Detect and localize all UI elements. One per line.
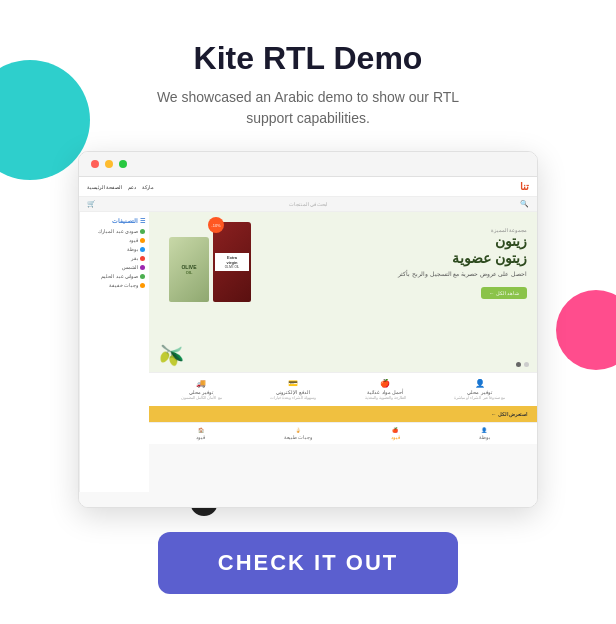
tab-icon-4: 👤 (481, 427, 487, 433)
site-cta-bar: ← استعرض الكل (149, 406, 537, 422)
product-images: OLIVE OIL -10% Extra virgin OLIVE (169, 222, 251, 302)
cart-icon: 🛒 (87, 200, 96, 208)
tab-label-2: وجبات طبيعة (284, 434, 312, 440)
tin-label: Extra virgin OLIVE OIL (215, 253, 249, 271)
feature-sublabel-1: مع الأمان الكامل المضمون (181, 395, 221, 400)
site-main: مجموعة المميزة زيتون زيتون عضوية احصل عل… (149, 212, 537, 492)
tab-icon-3: 🍎 (392, 427, 398, 433)
site-sidebar: التصنيفات ☰ صودي عبد المبارك قيود بوظة (79, 212, 149, 492)
site-body: التصنيفات ☰ صودي عبد المبارك قيود بوظة (79, 212, 537, 492)
feature-food: 🍎 أحمل مواد غذائية الطازجة والعضوية والم… (365, 379, 406, 400)
browser-content: الصفحة الرئيسية دعم ماركة تنا 🛒 ابحث في … (79, 177, 537, 507)
product-tin-2: -10% Extra virgin OLIVE OIL (213, 222, 251, 302)
sidebar-dot-4 (140, 256, 145, 261)
sidebar-item-2: قيود (84, 237, 145, 243)
site-header: الصفحة الرئيسية دعم ماركة تنا (79, 177, 537, 197)
main-content: Kite RTL Demo We showcased an Arabic dem… (0, 0, 616, 624)
sidebar-item-4: بقر (84, 255, 145, 261)
sidebar-item-6: صواني عبد الحليم (84, 273, 145, 279)
footer-tab-2: 🍦 وجبات طبيعة (284, 427, 312, 440)
cta-bar-label: ← استعرض الكل (491, 411, 527, 417)
sidebar-item-3: بوظة (84, 246, 145, 252)
sidebar-title: التصنيفات ☰ (84, 218, 145, 224)
tab-label-1: قيود (196, 434, 205, 440)
delivery-icon: 🚚 (181, 379, 221, 388)
page-subtitle: We showcased an Arabic demo to show our … (148, 87, 468, 129)
site-search-bar: 🛒 ابحث في المنتجات 🔍 (79, 197, 537, 212)
tab-icon-1: 🏠 (198, 427, 204, 433)
payment-icon: 💳 (270, 379, 316, 388)
pagination-dot-2 (524, 362, 529, 367)
hero-subtitle: احصل على عروض حصرية مع التسجيل والربح بأ… (398, 270, 527, 277)
browser-dot-red (91, 160, 99, 168)
tab-label-3: قيود (391, 434, 400, 440)
feature-sublabel-4: مع صندوقا عبر الشراء أو مباشرة (454, 395, 505, 400)
pagination-dots (516, 362, 529, 367)
nav-item-1: الصفحة الرئيسية (87, 184, 122, 190)
sidebar-dot-1 (140, 229, 145, 234)
feature-local: 👤 توفير محلي مع صندوقا عبر الشراء أو مبا… (454, 379, 505, 400)
main-cta-button[interactable]: CHECK IT OUT (158, 532, 458, 594)
footer-tab-1: 🏠 قيود (196, 427, 205, 440)
tab-icon-2: 🍦 (295, 427, 301, 433)
discount-badge: -10% (208, 217, 224, 233)
sidebar-dot-7 (140, 283, 145, 288)
hero-title-2: زيتون عضوية (398, 250, 527, 267)
footer-tab-3: 🍎 قيود (391, 427, 400, 440)
browser-mockup: الصفحة الرئيسية دعم ماركة تنا 🛒 ابحث في … (78, 151, 538, 508)
sidebar-dot-2 (140, 238, 145, 243)
nav-item-3: ماركة (142, 184, 154, 190)
footer-tabs: 🏠 قيود 🍦 وجبات طبيعة 🍎 قيود 👤 (149, 422, 537, 444)
nav-item-2: دعم (128, 184, 136, 190)
site-logo: تنا (520, 181, 529, 192)
sidebar-dot-6 (140, 274, 145, 279)
tab-label-4: بوظة (479, 434, 490, 440)
page-title: Kite RTL Demo (194, 40, 423, 77)
browser-dot-green (119, 160, 127, 168)
sidebar-item-5: الشمس (84, 264, 145, 270)
sidebar-item-1: صودي عبد المبارك (84, 228, 145, 234)
feature-sublabel-3: الطازجة والعضوية والمغذية (365, 395, 406, 400)
browser-dot-yellow (105, 160, 113, 168)
footer-tab-4: 👤 بوظة (479, 427, 490, 440)
browser-bar (79, 152, 537, 177)
sidebar-dot-3 (140, 247, 145, 252)
feature-delivery: 🚚 توفير محلي مع الأمان الكامل المضمون (181, 379, 221, 400)
hero-cta-button[interactable]: ← شاهد الكل (481, 287, 527, 299)
olives-decoration: 🫒 (159, 343, 184, 367)
product-tin-1: OLIVE OIL (169, 237, 209, 302)
features-row: 🚚 توفير محلي مع الأمان الكامل المضمون 💳 … (149, 372, 537, 406)
local-icon: 👤 (454, 379, 505, 388)
search-label: ابحث في المنتجات (289, 201, 328, 207)
hero-text: مجموعة المميزة زيتون زيتون عضوية احصل عل… (398, 227, 527, 299)
site-nav: الصفحة الرئيسية دعم ماركة (87, 184, 154, 190)
hero-section: مجموعة المميزة زيتون زيتون عضوية احصل عل… (149, 212, 537, 372)
search-icon: 🔍 (520, 200, 529, 208)
hero-title-1: زيتون (398, 233, 527, 250)
feature-payment: 💳 الدفع الإلكتروني وسهولة الشراء وبعدة خ… (270, 379, 316, 400)
sidebar-item-7: وجبات خفيفة (84, 282, 145, 288)
feature-sublabel-2: وسهولة الشراء وبعدة خيارات (270, 395, 316, 400)
pagination-dot-1 (516, 362, 521, 367)
food-icon: 🍎 (365, 379, 406, 388)
sidebar-dot-5 (140, 265, 145, 270)
